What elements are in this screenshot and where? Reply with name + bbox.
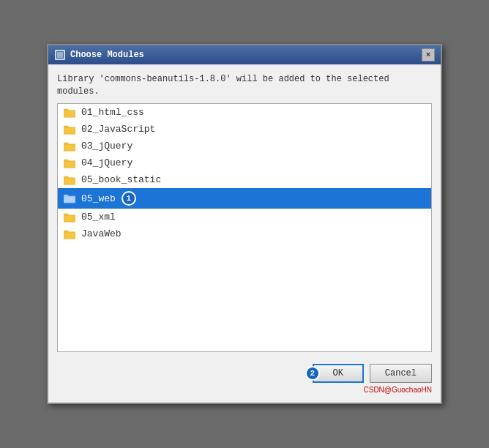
module-list[interactable]: 01_html_css 02_JavaScript 03_jQuery 04_j…	[57, 103, 432, 352]
ok-button[interactable]: OK	[313, 364, 364, 383]
svg-rect-1	[57, 52, 63, 58]
dialog-body: Library 'commons-beanutils-1.8.0' will b…	[48, 64, 441, 403]
svg-rect-4	[64, 144, 75, 151]
window-icon	[54, 49, 66, 61]
svg-rect-5	[64, 161, 75, 168]
list-item[interactable]: 05_xml	[58, 209, 431, 225]
svg-rect-8	[64, 215, 75, 222]
list-item-label: 05_xml	[81, 212, 116, 223]
folder-icon	[64, 158, 75, 168]
info-text: Library 'commons-beanutils-1.8.0' will b…	[57, 73, 432, 98]
close-button[interactable]: ×	[422, 48, 435, 61]
svg-rect-6	[64, 178, 75, 184]
list-item[interactable]: 01_html_css	[58, 104, 431, 121]
svg-rect-9	[64, 232, 75, 239]
watermark: CSDN@GuochaoHN	[57, 386, 432, 394]
list-item-label: 03_jQuery	[81, 141, 132, 152]
list-item-label: 02_JavaScript	[81, 124, 155, 135]
folder-icon	[64, 193, 75, 204]
list-item-label: 05_book_static	[81, 174, 161, 185]
title-bar: Choose Modules ×	[48, 45, 441, 64]
dialog-title: Choose Modules	[70, 50, 144, 60]
folder-icon	[64, 108, 75, 118]
list-item[interactable]: 04_jQuery	[58, 154, 431, 171]
folder-icon	[64, 141, 75, 152]
list-item-label: 05_web	[81, 193, 116, 204]
list-item-label: 01_html_css	[81, 107, 144, 118]
list-item-label: JavaWeb	[81, 228, 122, 239]
folder-icon	[64, 212, 75, 223]
svg-rect-7	[64, 196, 75, 203]
annotation-2: 2	[305, 366, 320, 381]
button-row: 2 OK Cancel	[57, 361, 432, 384]
svg-rect-3	[64, 127, 75, 134]
list-item[interactable]: 05_web1	[58, 188, 431, 209]
list-item[interactable]: JavaWeb	[58, 225, 431, 242]
list-item[interactable]: 03_jQuery	[58, 138, 431, 154]
dialog-window: Choose Modules × Library 'commons-beanut…	[47, 44, 442, 405]
folder-icon	[64, 175, 75, 185]
folder-icon	[64, 124, 75, 135]
svg-rect-2	[64, 111, 75, 117]
annotation-1: 1	[122, 191, 136, 206]
list-item[interactable]: 05_book_static	[58, 171, 431, 188]
list-item-label: 04_jQuery	[81, 157, 132, 168]
list-item[interactable]: 02_JavaScript	[58, 121, 431, 138]
ok-button-wrapper: 2 OK	[313, 364, 364, 383]
folder-icon	[64, 229, 75, 239]
cancel-button[interactable]: Cancel	[370, 364, 432, 383]
